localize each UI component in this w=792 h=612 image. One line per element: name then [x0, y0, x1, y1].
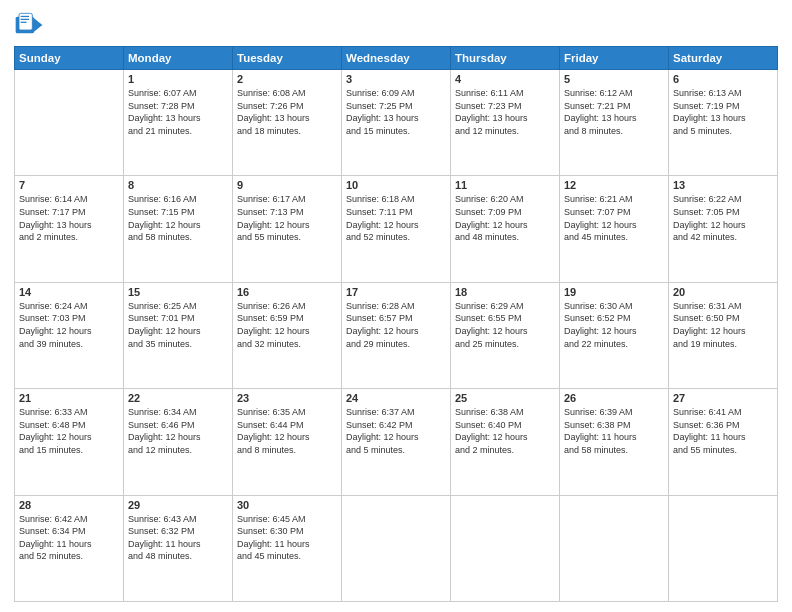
day-info: Sunrise: 6:24 AM Sunset: 7:03 PM Dayligh…	[19, 300, 119, 350]
calendar-cell: 6Sunrise: 6:13 AM Sunset: 7:19 PM Daylig…	[669, 70, 778, 176]
calendar-cell: 17Sunrise: 6:28 AM Sunset: 6:57 PM Dayli…	[342, 282, 451, 388]
day-info: Sunrise: 6:09 AM Sunset: 7:25 PM Dayligh…	[346, 87, 446, 137]
svg-rect-2	[21, 16, 29, 17]
svg-marker-5	[34, 18, 42, 31]
week-row-2: 7Sunrise: 6:14 AM Sunset: 7:17 PM Daylig…	[15, 176, 778, 282]
day-info: Sunrise: 6:33 AM Sunset: 6:48 PM Dayligh…	[19, 406, 119, 456]
day-number: 1	[128, 73, 228, 85]
day-info: Sunrise: 6:28 AM Sunset: 6:57 PM Dayligh…	[346, 300, 446, 350]
day-number: 18	[455, 286, 555, 298]
day-number: 5	[564, 73, 664, 85]
day-info: Sunrise: 6:41 AM Sunset: 6:36 PM Dayligh…	[673, 406, 773, 456]
day-number: 2	[237, 73, 337, 85]
calendar-cell	[669, 495, 778, 601]
weekday-monday: Monday	[124, 47, 233, 70]
weekday-sunday: Sunday	[15, 47, 124, 70]
day-info: Sunrise: 6:29 AM Sunset: 6:55 PM Dayligh…	[455, 300, 555, 350]
day-number: 23	[237, 392, 337, 404]
calendar-cell: 11Sunrise: 6:20 AM Sunset: 7:09 PM Dayli…	[451, 176, 560, 282]
day-info: Sunrise: 6:45 AM Sunset: 6:30 PM Dayligh…	[237, 513, 337, 563]
weekday-header-row: SundayMondayTuesdayWednesdayThursdayFrid…	[15, 47, 778, 70]
day-number: 9	[237, 179, 337, 191]
day-number: 27	[673, 392, 773, 404]
day-info: Sunrise: 6:08 AM Sunset: 7:26 PM Dayligh…	[237, 87, 337, 137]
week-row-1: 1Sunrise: 6:07 AM Sunset: 7:28 PM Daylig…	[15, 70, 778, 176]
day-number: 26	[564, 392, 664, 404]
calendar-cell	[342, 495, 451, 601]
weekday-wednesday: Wednesday	[342, 47, 451, 70]
week-row-5: 28Sunrise: 6:42 AM Sunset: 6:34 PM Dayli…	[15, 495, 778, 601]
calendar-cell: 8Sunrise: 6:16 AM Sunset: 7:15 PM Daylig…	[124, 176, 233, 282]
svg-rect-4	[21, 22, 27, 23]
day-info: Sunrise: 6:37 AM Sunset: 6:42 PM Dayligh…	[346, 406, 446, 456]
day-info: Sunrise: 6:13 AM Sunset: 7:19 PM Dayligh…	[673, 87, 773, 137]
day-number: 21	[19, 392, 119, 404]
day-number: 8	[128, 179, 228, 191]
logo	[14, 10, 48, 40]
day-number: 7	[19, 179, 119, 191]
calendar-cell: 22Sunrise: 6:34 AM Sunset: 6:46 PM Dayli…	[124, 389, 233, 495]
calendar-cell: 15Sunrise: 6:25 AM Sunset: 7:01 PM Dayli…	[124, 282, 233, 388]
weekday-thursday: Thursday	[451, 47, 560, 70]
day-info: Sunrise: 6:34 AM Sunset: 6:46 PM Dayligh…	[128, 406, 228, 456]
header	[14, 10, 778, 40]
calendar-cell: 16Sunrise: 6:26 AM Sunset: 6:59 PM Dayli…	[233, 282, 342, 388]
day-info: Sunrise: 6:42 AM Sunset: 6:34 PM Dayligh…	[19, 513, 119, 563]
day-number: 10	[346, 179, 446, 191]
calendar-cell: 19Sunrise: 6:30 AM Sunset: 6:52 PM Dayli…	[560, 282, 669, 388]
day-number: 22	[128, 392, 228, 404]
day-number: 30	[237, 499, 337, 511]
calendar-cell: 30Sunrise: 6:45 AM Sunset: 6:30 PM Dayli…	[233, 495, 342, 601]
day-info: Sunrise: 6:14 AM Sunset: 7:17 PM Dayligh…	[19, 193, 119, 243]
calendar-cell	[451, 495, 560, 601]
calendar-cell: 10Sunrise: 6:18 AM Sunset: 7:11 PM Dayli…	[342, 176, 451, 282]
day-number: 24	[346, 392, 446, 404]
calendar-cell: 21Sunrise: 6:33 AM Sunset: 6:48 PM Dayli…	[15, 389, 124, 495]
calendar-cell: 14Sunrise: 6:24 AM Sunset: 7:03 PM Dayli…	[15, 282, 124, 388]
week-row-3: 14Sunrise: 6:24 AM Sunset: 7:03 PM Dayli…	[15, 282, 778, 388]
day-number: 13	[673, 179, 773, 191]
calendar-cell: 9Sunrise: 6:17 AM Sunset: 7:13 PM Daylig…	[233, 176, 342, 282]
calendar-cell: 25Sunrise: 6:38 AM Sunset: 6:40 PM Dayli…	[451, 389, 560, 495]
calendar-cell: 13Sunrise: 6:22 AM Sunset: 7:05 PM Dayli…	[669, 176, 778, 282]
calendar-cell	[15, 70, 124, 176]
calendar-cell: 29Sunrise: 6:43 AM Sunset: 6:32 PM Dayli…	[124, 495, 233, 601]
weekday-saturday: Saturday	[669, 47, 778, 70]
day-info: Sunrise: 6:25 AM Sunset: 7:01 PM Dayligh…	[128, 300, 228, 350]
day-number: 4	[455, 73, 555, 85]
day-number: 25	[455, 392, 555, 404]
calendar-cell: 27Sunrise: 6:41 AM Sunset: 6:36 PM Dayli…	[669, 389, 778, 495]
day-number: 28	[19, 499, 119, 511]
calendar-cell: 23Sunrise: 6:35 AM Sunset: 6:44 PM Dayli…	[233, 389, 342, 495]
day-number: 14	[19, 286, 119, 298]
day-info: Sunrise: 6:17 AM Sunset: 7:13 PM Dayligh…	[237, 193, 337, 243]
day-info: Sunrise: 6:16 AM Sunset: 7:15 PM Dayligh…	[128, 193, 228, 243]
calendar-cell: 7Sunrise: 6:14 AM Sunset: 7:17 PM Daylig…	[15, 176, 124, 282]
day-number: 12	[564, 179, 664, 191]
calendar-cell: 12Sunrise: 6:21 AM Sunset: 7:07 PM Dayli…	[560, 176, 669, 282]
day-info: Sunrise: 6:18 AM Sunset: 7:11 PM Dayligh…	[346, 193, 446, 243]
calendar-cell: 20Sunrise: 6:31 AM Sunset: 6:50 PM Dayli…	[669, 282, 778, 388]
calendar-cell: 26Sunrise: 6:39 AM Sunset: 6:38 PM Dayli…	[560, 389, 669, 495]
calendar-cell: 18Sunrise: 6:29 AM Sunset: 6:55 PM Dayli…	[451, 282, 560, 388]
day-info: Sunrise: 6:43 AM Sunset: 6:32 PM Dayligh…	[128, 513, 228, 563]
day-info: Sunrise: 6:31 AM Sunset: 6:50 PM Dayligh…	[673, 300, 773, 350]
day-info: Sunrise: 6:21 AM Sunset: 7:07 PM Dayligh…	[564, 193, 664, 243]
calendar-cell: 3Sunrise: 6:09 AM Sunset: 7:25 PM Daylig…	[342, 70, 451, 176]
day-info: Sunrise: 6:30 AM Sunset: 6:52 PM Dayligh…	[564, 300, 664, 350]
day-info: Sunrise: 6:07 AM Sunset: 7:28 PM Dayligh…	[128, 87, 228, 137]
day-info: Sunrise: 6:11 AM Sunset: 7:23 PM Dayligh…	[455, 87, 555, 137]
day-number: 16	[237, 286, 337, 298]
day-info: Sunrise: 6:39 AM Sunset: 6:38 PM Dayligh…	[564, 406, 664, 456]
day-number: 11	[455, 179, 555, 191]
day-info: Sunrise: 6:35 AM Sunset: 6:44 PM Dayligh…	[237, 406, 337, 456]
calendar-cell: 2Sunrise: 6:08 AM Sunset: 7:26 PM Daylig…	[233, 70, 342, 176]
calendar-cell: 1Sunrise: 6:07 AM Sunset: 7:28 PM Daylig…	[124, 70, 233, 176]
day-info: Sunrise: 6:12 AM Sunset: 7:21 PM Dayligh…	[564, 87, 664, 137]
page: SundayMondayTuesdayWednesdayThursdayFrid…	[0, 0, 792, 612]
calendar-cell: 28Sunrise: 6:42 AM Sunset: 6:34 PM Dayli…	[15, 495, 124, 601]
day-info: Sunrise: 6:20 AM Sunset: 7:09 PM Dayligh…	[455, 193, 555, 243]
day-info: Sunrise: 6:22 AM Sunset: 7:05 PM Dayligh…	[673, 193, 773, 243]
day-info: Sunrise: 6:38 AM Sunset: 6:40 PM Dayligh…	[455, 406, 555, 456]
logo-icon	[14, 10, 44, 40]
